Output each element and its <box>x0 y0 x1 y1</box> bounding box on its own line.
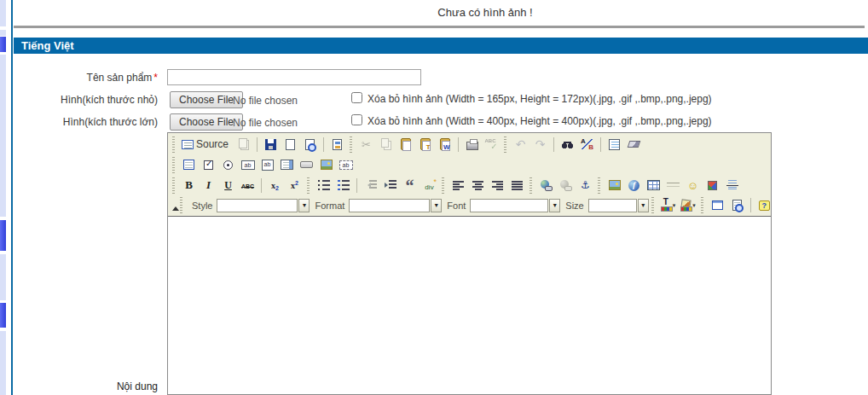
copy-icon <box>381 138 389 148</box>
font-combo[interactable] <box>470 199 548 212</box>
select-field-icon <box>281 160 293 170</box>
subscript-button[interactable] <box>265 177 285 195</box>
font-combo-arrow-icon[interactable] <box>549 199 560 212</box>
paste-word-button[interactable] <box>435 136 454 154</box>
preview-button[interactable] <box>300 136 320 154</box>
remove-format-button[interactable] <box>624 136 644 154</box>
image-button-button[interactable] <box>316 156 336 174</box>
align-right-button[interactable] <box>488 177 507 195</box>
special-char-button[interactable] <box>703 177 722 195</box>
superscript-icon <box>291 181 298 190</box>
toolbar-grip <box>172 177 175 194</box>
indent-button[interactable] <box>380 177 400 195</box>
hidden-field-button[interactable] <box>336 156 356 174</box>
textarea-button[interactable] <box>258 156 277 174</box>
style-combo[interactable] <box>217 199 298 212</box>
align-center-button[interactable] <box>468 177 488 195</box>
horizontal-rule-icon <box>667 183 680 188</box>
link-button[interactable] <box>536 177 556 195</box>
table-button[interactable] <box>644 177 663 195</box>
delete-image-large-checkbox[interactable] <box>351 114 362 125</box>
size-combo[interactable] <box>588 199 637 212</box>
section-header: Tiếng Việt <box>14 38 868 54</box>
select-all-button[interactable] <box>605 136 624 154</box>
toolbar-separator <box>323 137 324 152</box>
dropdown-arrow-icon <box>692 202 696 209</box>
background-color-button[interactable] <box>678 196 698 214</box>
source-button[interactable]: Source <box>179 136 234 154</box>
paste-button[interactable] <box>396 136 415 154</box>
text-field-button[interactable] <box>238 156 258 174</box>
paste-word-icon <box>440 138 450 150</box>
button-button[interactable] <box>297 156 316 174</box>
strikethrough-button[interactable] <box>238 177 258 195</box>
doc-props-icon <box>239 138 247 148</box>
align-justify-button[interactable] <box>507 177 527 195</box>
bold-button[interactable] <box>179 177 199 195</box>
underline-button[interactable] <box>218 177 238 195</box>
maximize-button[interactable] <box>708 196 727 214</box>
unordered-list-button[interactable] <box>333 177 353 195</box>
collapse-toolbar-button[interactable] <box>172 206 179 211</box>
new-page-button[interactable] <box>281 136 300 154</box>
image-button[interactable] <box>605 177 624 195</box>
page-break-button[interactable] <box>722 177 742 195</box>
format-combo[interactable] <box>349 199 430 212</box>
left-rail-border <box>11 0 13 395</box>
size-combo-arrow-icon[interactable] <box>638 199 649 212</box>
paste-text-icon <box>420 138 431 150</box>
product-name-input[interactable] <box>167 69 421 85</box>
italic-button[interactable] <box>199 177 218 195</box>
save-button[interactable] <box>261 136 281 154</box>
templates-button[interactable] <box>327 136 347 154</box>
smiley-button[interactable] <box>683 177 703 195</box>
toolbar-grip <box>442 177 444 194</box>
find-button[interactable] <box>558 136 577 154</box>
blockquote-button[interactable] <box>400 177 420 195</box>
align-left-button[interactable] <box>448 177 468 195</box>
delete-image-small-label: Xóa bỏ hình ảnh (Width = 165px, Height =… <box>367 93 712 105</box>
radio-button[interactable] <box>218 156 238 174</box>
flash-icon <box>628 180 639 191</box>
new-page-icon <box>286 139 295 150</box>
horizontal-divider <box>14 26 865 28</box>
toolbar-grip <box>701 197 703 213</box>
create-div-button[interactable] <box>420 177 439 195</box>
toolbar-grip <box>172 137 175 153</box>
delete-image-small-checkbox[interactable] <box>351 92 362 103</box>
link-icon <box>541 180 553 191</box>
required-asterisk: * <box>153 72 158 84</box>
doc-props-button <box>234 136 253 154</box>
style-combo-arrow-icon[interactable] <box>298 199 310 212</box>
undo-icon <box>516 137 526 151</box>
print-button[interactable] <box>462 136 482 154</box>
about-button[interactable] <box>755 196 774 214</box>
paste-text-button[interactable] <box>415 136 435 154</box>
form-icon <box>183 160 194 170</box>
toolbar-grip <box>529 177 532 194</box>
sidebar-item-partial-active[interactable] <box>0 220 6 251</box>
paste-icon <box>401 138 411 150</box>
editor-content-area[interactable] <box>168 216 771 394</box>
format-combo-arrow-icon[interactable] <box>431 199 442 212</box>
sidebar-item-partial-active[interactable] <box>0 303 6 328</box>
anchor-button[interactable] <box>576 177 595 195</box>
bold-icon <box>185 178 193 192</box>
replace-button[interactable] <box>577 136 597 154</box>
sidebar-item-partial-active[interactable] <box>0 37 6 52</box>
select-field-button[interactable] <box>277 156 297 174</box>
ordered-list-icon <box>318 180 330 190</box>
form-button[interactable] <box>179 156 199 174</box>
superscript-button[interactable] <box>285 177 304 195</box>
text-color-button[interactable] <box>658 196 679 214</box>
ordered-list-button[interactable] <box>314 177 333 195</box>
checkbox-button[interactable] <box>199 156 218 174</box>
dropdown-arrow-icon <box>673 202 676 209</box>
toolbar-separator <box>356 178 357 193</box>
file-status-small: No file chosen <box>233 95 298 107</box>
flash-button[interactable] <box>624 177 644 195</box>
horizontal-rule-button[interactable] <box>663 177 683 195</box>
cut-icon <box>362 138 371 151</box>
toolbar-grip <box>172 157 175 173</box>
show-blocks-button[interactable] <box>727 196 747 214</box>
